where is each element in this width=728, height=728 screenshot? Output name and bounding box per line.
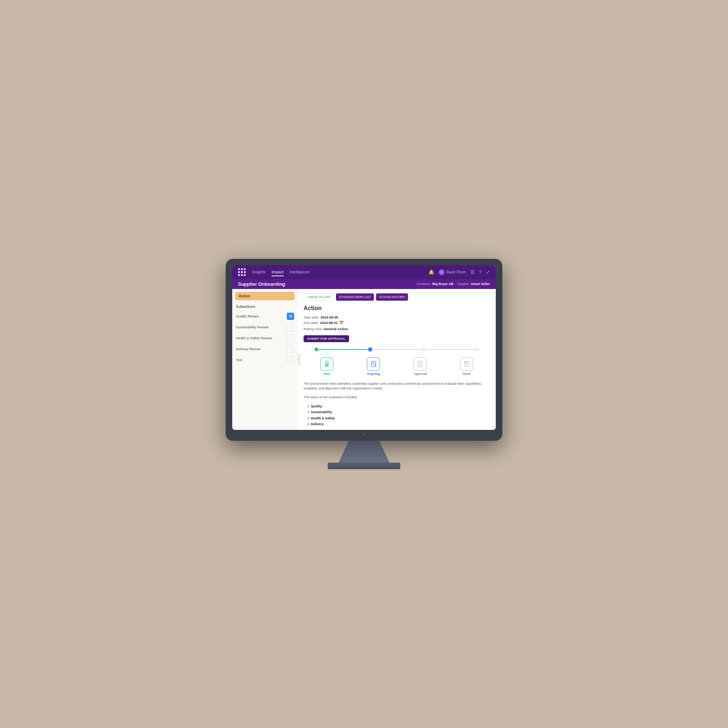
sidebar-item-quality-review[interactable]: Quality Review ⊞: [232, 311, 298, 322]
test-icon: ⋮: [287, 356, 294, 364]
calendar-icon[interactable]: 📅: [339, 321, 344, 325]
sidebar-item-delivery-review[interactable]: Delivery Review ⋮: [232, 344, 298, 355]
step2-dot: [368, 347, 372, 352]
sidebar-item-label: Health & Safety Review: [236, 336, 272, 340]
action-section-title: Action: [304, 305, 490, 312]
subheader: Supplier Onboarding Company: Big Buyer A…: [232, 279, 496, 289]
nav-impact[interactable]: Impact: [272, 268, 284, 276]
svg-rect-2: [371, 361, 376, 367]
health-safety-icon: ⋮: [287, 335, 294, 342]
app-logo-icon[interactable]: [238, 268, 246, 276]
step3-dot: [422, 348, 425, 351]
step-approval-label: Approval: [414, 372, 427, 376]
approval-step-icon: [413, 358, 427, 370]
company-info: Company: Big Buyer AB Supplier: Smart Se…: [416, 282, 490, 286]
sidebar-item-label: Quality Review: [236, 314, 259, 318]
hamburger-icon[interactable]: ☰: [470, 269, 475, 275]
sidebar: Action Subactions Quality Review ⊞ Susta…: [232, 289, 298, 430]
action-history-button[interactable]: ACTION HISTORY: [376, 294, 408, 301]
start-date-field: Start date: 2024-08-05: [304, 315, 490, 319]
nav-right-icons: 🔔 D David Olson ☰ ? ⤢: [428, 269, 490, 275]
step-new-label: New: [324, 372, 330, 376]
page-title: Supplier Onboarding: [238, 281, 285, 287]
bell-icon[interactable]: 🔔: [428, 269, 434, 275]
sidebar-item-health-safety-review[interactable]: Health & Safety Review ⋮: [232, 333, 298, 344]
nav-links: Insights Impact Intelligence: [252, 268, 428, 276]
delivery-review-icon: ⋮: [287, 346, 294, 353]
progress-line-done: [318, 349, 368, 350]
step-new: New: [320, 358, 333, 376]
topic-health-safety: Health & Safety: [311, 415, 490, 421]
company-label: Company:: [416, 282, 431, 286]
action-toolbar: < BACK TO LIST STAKEHOLDERS LIST ACTION …: [304, 294, 490, 301]
step-done-label: Done: [463, 372, 471, 376]
main-content: ‹ < BACK TO LIST STAKEHOLDERS LIST ACTIO…: [298, 289, 496, 430]
subactions-title: Subactions: [232, 303, 298, 311]
monitor-base: [327, 463, 401, 469]
progress-line-remaining: [372, 349, 422, 350]
company-name: Big Buyer AB: [433, 282, 454, 286]
sidebar-item-label: Test: [236, 358, 242, 362]
help-icon[interactable]: ?: [479, 269, 482, 275]
step4-dot: [476, 348, 479, 351]
submit-for-approval-button[interactable]: SUBMIT FOR APPROVAL: [304, 335, 349, 342]
supplier-name: Smart Seller: [471, 282, 490, 286]
progress-track: New: [304, 347, 490, 376]
topics-list: Quality Sustainability Health & Safety D…: [304, 403, 490, 427]
ongoing-step-icon: [367, 358, 380, 370]
quality-review-icon: ⊞: [287, 313, 294, 320]
monitor-stand: [338, 441, 390, 463]
sidebar-item-label: Sustainability Review: [236, 325, 269, 329]
svg-point-0: [326, 362, 327, 363]
avatar: D: [439, 269, 444, 275]
step1-dot: [315, 348, 318, 351]
topic-sustainability: Sustainability: [311, 409, 490, 415]
expand-icon[interactable]: ⤢: [486, 269, 490, 275]
due-date-field: Due date: 2024-08-31 📅: [304, 321, 490, 325]
top-navigation: Insights Impact Intelligence 🔔 D David O…: [232, 265, 496, 279]
sidebar-item-test[interactable]: Test ⋮: [232, 355, 298, 366]
topics-intro: The topics of the evaluation included:: [304, 395, 490, 400]
user-name: David Olson: [446, 270, 466, 274]
collapse-sidebar-button[interactable]: ‹: [298, 354, 301, 366]
description-text: The procurement team identified a potent…: [304, 381, 490, 391]
step-approval: Approval: [413, 358, 427, 376]
svg-rect-3: [418, 361, 423, 367]
monitor-chin: [232, 432, 496, 436]
sidebar-action-item[interactable]: Action: [235, 292, 295, 300]
sidebar-item-label: Delivery Review: [236, 347, 261, 351]
supplier-label: Supplier:: [457, 282, 470, 286]
rating-area-field: Rating Area: General Action: [304, 327, 490, 331]
step-ongoing-label: Ongoing: [367, 372, 380, 376]
done-step-icon: [460, 358, 473, 370]
app-content: Action Subactions Quality Review ⊞ Susta…: [232, 289, 496, 430]
monitor-camera: [363, 433, 365, 435]
step-done: Done: [460, 358, 473, 376]
new-step-icon: [320, 358, 333, 370]
topic-delivery: Delivery: [311, 421, 490, 427]
topic-quality: Quality: [311, 403, 490, 409]
nav-intelligence[interactable]: Intelligence: [289, 268, 310, 276]
sustainability-review-icon: ⋮: [287, 324, 294, 331]
step-ongoing: Ongoing: [367, 358, 380, 376]
back-to-list-button[interactable]: < BACK TO LIST: [304, 294, 334, 301]
progress-line-remaining2: [425, 349, 476, 350]
sidebar-item-sustainability-review[interactable]: Sustainability Review ⋮: [232, 322, 298, 333]
user-menu[interactable]: D David Olson: [439, 269, 466, 275]
nav-insights[interactable]: Insights: [252, 268, 266, 276]
stakeholders-list-button[interactable]: STAKEHOLDERS LIST: [336, 294, 374, 301]
